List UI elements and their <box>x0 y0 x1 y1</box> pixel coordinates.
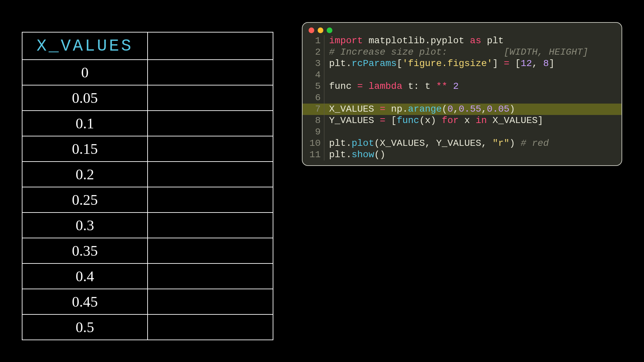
table-body: 00.050.10.150.20.250.30.350.40.450.5 <box>22 60 273 340</box>
table-row: 0.45 <box>22 289 273 314</box>
code-content <box>324 69 329 81</box>
code-content: Y_VALUES = [func(x) for x in X_VALUES] <box>324 115 543 126</box>
line-number: 6 <box>303 92 324 104</box>
empty-cell <box>148 263 273 289</box>
x-value-cell: 0.45 <box>22 289 148 314</box>
code-line: 7X_VALUES = np.arange(0,0.55,0.05) <box>303 104 622 115</box>
x-value-cell: 0.3 <box>22 213 148 238</box>
code-line: 10plt.plot(X_VALUES, Y_VALUES, "r") # re… <box>303 138 622 149</box>
line-number: 3 <box>303 58 324 69</box>
table-row: 0 <box>22 60 273 85</box>
table-row: 0.1 <box>22 111 273 136</box>
x-value-cell: 0 <box>22 60 148 85</box>
x-value-cell: 0.4 <box>22 263 148 289</box>
code-line: 9 <box>303 126 622 138</box>
window-traffic-lights <box>303 23 622 35</box>
maximize-icon[interactable] <box>327 27 332 33</box>
slide-stage: X_VALUES 00.050.10.150.20.250.30.350.40.… <box>0 0 644 362</box>
table-row: 0.4 <box>22 263 273 289</box>
code-content <box>324 126 329 138</box>
code-content: # Increase size plot: [WIDTH, HEIGHT] <box>324 47 588 58</box>
table-header-xvalues: X_VALUES <box>22 32 148 60</box>
close-icon[interactable] <box>309 27 314 33</box>
code-content <box>324 92 329 104</box>
code-line: 4 <box>303 69 622 81</box>
line-number: 5 <box>303 81 324 92</box>
x-value-cell: 0.25 <box>22 187 148 213</box>
code-content: plt.rcParams['figure.figsize'] = [12, 8] <box>324 58 554 69</box>
line-number: 2 <box>303 47 324 58</box>
line-number: 11 <box>303 149 324 161</box>
empty-cell <box>148 60 273 85</box>
table-row: 0.2 <box>22 162 273 187</box>
line-number: 1 <box>303 35 324 47</box>
table-row: 0.35 <box>22 238 273 263</box>
code-line: 11plt.show() <box>303 149 622 161</box>
line-number: 4 <box>303 69 324 81</box>
code-line: 2# Increase size plot: [WIDTH, HEIGHT] <box>303 47 622 58</box>
table-header-empty <box>148 32 273 60</box>
empty-cell <box>148 314 273 340</box>
empty-cell <box>148 162 273 187</box>
empty-cell <box>148 85 273 111</box>
code-line: 3plt.rcParams['figure.figsize'] = [12, 8… <box>303 58 622 69</box>
table-row: 0.15 <box>22 136 273 162</box>
empty-cell <box>148 136 273 162</box>
table-row: 0.3 <box>22 213 273 238</box>
code-editor-window: 1import matplotlib.pyplot as plt2# Incre… <box>302 22 622 166</box>
x-value-cell: 0.35 <box>22 238 148 263</box>
code-line: 5func = lambda t: t ** 2 <box>303 81 622 92</box>
x-value-cell: 0.05 <box>22 85 148 111</box>
empty-cell <box>148 213 273 238</box>
empty-cell <box>148 289 273 314</box>
code-content: plt.show() <box>324 149 385 161</box>
line-number: 7 <box>303 104 324 115</box>
code-content: import matplotlib.pyplot as plt <box>324 35 504 47</box>
table-row: 0.5 <box>22 314 273 340</box>
code-body: 1import matplotlib.pyplot as plt2# Incre… <box>303 35 622 161</box>
minimize-icon[interactable] <box>318 27 323 33</box>
line-number: 10 <box>303 138 324 149</box>
x-value-cell: 0.1 <box>22 111 148 136</box>
x-value-cell: 0.5 <box>22 314 148 340</box>
code-content: plt.plot(X_VALUES, Y_VALUES, "r") # red <box>324 138 549 149</box>
code-content: func = lambda t: t ** 2 <box>324 81 459 92</box>
x-values-table: X_VALUES 00.050.10.150.20.250.30.350.40.… <box>22 32 273 340</box>
code-line: 1import matplotlib.pyplot as plt <box>303 35 622 47</box>
line-number: 9 <box>303 126 324 138</box>
code-line: 8Y_VALUES = [func(x) for x in X_VALUES] <box>303 115 622 126</box>
empty-cell <box>148 111 273 136</box>
x-value-cell: 0.2 <box>22 162 148 187</box>
x-value-cell: 0.15 <box>22 136 148 162</box>
empty-cell <box>148 187 273 213</box>
table-row: 0.25 <box>22 187 273 213</box>
line-number: 8 <box>303 115 324 126</box>
table-row: 0.05 <box>22 85 273 111</box>
code-content: X_VALUES = np.arange(0,0.55,0.05) <box>324 104 515 115</box>
empty-cell <box>148 238 273 263</box>
table-header-row: X_VALUES <box>22 32 273 60</box>
code-line: 6 <box>303 92 622 104</box>
